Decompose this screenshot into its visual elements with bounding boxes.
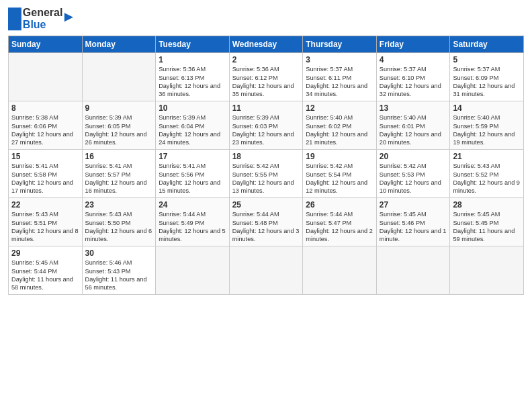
- cell-info: Sunrise: 5:45 AMSunset: 5:44 PMDaylight:…: [11, 259, 73, 291]
- cell-info: Sunrise: 5:42 AMSunset: 5:55 PMDaylight:…: [232, 163, 294, 194]
- day-number: 25: [232, 200, 300, 210]
- cell-info: Sunrise: 5:42 AMSunset: 5:53 PMDaylight:…: [380, 163, 441, 194]
- day-number: 10: [159, 103, 226, 113]
- day-number: 23: [85, 200, 153, 210]
- day-cell-19: 19Sunrise: 5:42 AMSunset: 5:54 PMDayligh…: [303, 150, 377, 198]
- day-cell-10: 10Sunrise: 5:39 AMSunset: 6:04 PMDayligh…: [156, 101, 230, 150]
- cell-info: Sunrise: 5:37 AMSunset: 6:10 PMDaylight:…: [380, 66, 441, 97]
- cell-info: Sunrise: 5:43 AMSunset: 5:52 PMDaylight:…: [453, 163, 520, 194]
- day-number: 4: [380, 55, 447, 64]
- day-number: 13: [380, 103, 447, 113]
- cell-info: Sunrise: 5:40 AMSunset: 6:01 PMDaylight:…: [380, 114, 441, 146]
- cell-info: Sunrise: 5:36 AMSunset: 6:12 PMDaylight:…: [232, 66, 294, 97]
- cell-info: Sunrise: 5:40 AMSunset: 6:02 PMDaylight:…: [306, 114, 367, 146]
- cell-info: Sunrise: 5:41 AMSunset: 5:58 PMDaylight:…: [11, 163, 73, 194]
- empty-cell: [82, 53, 156, 101]
- page-container: █ General Blue ► SundayMondayTuesdayWedn…: [0, 0, 532, 300]
- day-number: 26: [306, 200, 373, 210]
- cell-info: Sunrise: 5:37 AMSunset: 6:09 PMDaylight:…: [453, 66, 515, 97]
- col-header-friday: Friday: [376, 36, 450, 53]
- logo: █ General Blue ►: [8, 7, 76, 30]
- day-cell-21: 21Sunrise: 5:43 AMSunset: 5:52 PMDayligh…: [450, 150, 524, 198]
- calendar-table: SundayMondayTuesdayWednesdayThursdayFrid…: [8, 36, 524, 295]
- col-header-wednesday: Wednesday: [229, 36, 303, 53]
- day-cell-8: 8Sunrise: 5:38 AMSunset: 6:06 PMDaylight…: [9, 101, 83, 150]
- cell-info: Sunrise: 5:37 AMSunset: 6:11 PMDaylight:…: [306, 66, 367, 97]
- cell-info: Sunrise: 5:46 AMSunset: 5:43 PMDaylight:…: [85, 259, 147, 291]
- empty-cell: [376, 246, 450, 295]
- day-number: 11: [232, 103, 300, 113]
- day-number: 8: [11, 103, 79, 113]
- day-cell-5: 5Sunrise: 5:37 AMSunset: 6:09 PMDaylight…: [450, 53, 524, 101]
- day-number: 9: [85, 103, 153, 113]
- day-number: 30: [85, 248, 153, 258]
- day-number: 19: [306, 152, 373, 161]
- cell-info: Sunrise: 5:36 AMSunset: 6:13 PMDaylight:…: [159, 66, 220, 97]
- day-number: 5: [453, 55, 521, 64]
- col-header-thursday: Thursday: [303, 36, 377, 53]
- day-cell-14: 14Sunrise: 5:40 AMSunset: 5:59 PMDayligh…: [450, 101, 524, 150]
- cell-info: Sunrise: 5:41 AMSunset: 5:56 PMDaylight:…: [159, 163, 220, 194]
- day-cell-15: 15Sunrise: 5:41 AMSunset: 5:58 PMDayligh…: [9, 150, 83, 198]
- col-header-tuesday: Tuesday: [156, 36, 230, 53]
- cell-info: Sunrise: 5:44 AMSunset: 5:49 PMDaylight:…: [159, 211, 226, 242]
- day-cell-17: 17Sunrise: 5:41 AMSunset: 5:56 PMDayligh…: [156, 150, 230, 198]
- day-number: 29: [11, 248, 79, 258]
- col-header-saturday: Saturday: [450, 36, 524, 53]
- cell-info: Sunrise: 5:44 AMSunset: 5:48 PMDaylight:…: [232, 211, 300, 242]
- day-number: 12: [306, 103, 373, 113]
- day-number: 28: [453, 200, 521, 210]
- logo-blue: Blue: [23, 19, 63, 31]
- day-number: 15: [11, 152, 79, 161]
- day-cell-25: 25Sunrise: 5:44 AMSunset: 5:48 PMDayligh…: [229, 198, 303, 246]
- day-cell-4: 4Sunrise: 5:37 AMSunset: 6:10 PMDaylight…: [376, 53, 450, 101]
- day-cell-22: 22Sunrise: 5:43 AMSunset: 5:51 PMDayligh…: [9, 198, 83, 246]
- day-cell-24: 24Sunrise: 5:44 AMSunset: 5:49 PMDayligh…: [156, 198, 230, 246]
- cell-info: Sunrise: 5:40 AMSunset: 5:59 PMDaylight:…: [453, 114, 515, 146]
- col-header-sunday: Sunday: [9, 36, 83, 53]
- day-number: 20: [380, 152, 447, 161]
- cell-info: Sunrise: 5:39 AMSunset: 6:05 PMDaylight:…: [85, 114, 147, 146]
- day-number: 18: [232, 152, 300, 161]
- day-cell-16: 16Sunrise: 5:41 AMSunset: 5:57 PMDayligh…: [82, 150, 156, 198]
- empty-cell: [156, 246, 230, 295]
- day-cell-27: 27Sunrise: 5:45 AMSunset: 5:46 PMDayligh…: [376, 198, 450, 246]
- day-number: 17: [159, 152, 226, 161]
- day-cell-18: 18Sunrise: 5:42 AMSunset: 5:55 PMDayligh…: [229, 150, 303, 198]
- day-number: 22: [11, 200, 79, 210]
- day-cell-26: 26Sunrise: 5:44 AMSunset: 5:47 PMDayligh…: [303, 198, 377, 246]
- cell-info: Sunrise: 5:42 AMSunset: 5:54 PMDaylight:…: [306, 163, 367, 194]
- cell-info: Sunrise: 5:39 AMSunset: 6:04 PMDaylight:…: [159, 114, 220, 146]
- day-cell-20: 20Sunrise: 5:42 AMSunset: 5:53 PMDayligh…: [376, 150, 450, 198]
- col-header-monday: Monday: [82, 36, 156, 53]
- day-number: 21: [453, 152, 521, 161]
- day-cell-28: 28Sunrise: 5:45 AMSunset: 5:45 PMDayligh…: [450, 198, 524, 246]
- empty-cell: [303, 246, 377, 295]
- day-cell-30: 30Sunrise: 5:46 AMSunset: 5:43 PMDayligh…: [82, 246, 156, 295]
- cell-info: Sunrise: 5:39 AMSunset: 6:03 PMDaylight:…: [232, 114, 294, 146]
- day-cell-3: 3Sunrise: 5:37 AMSunset: 6:11 PMDaylight…: [303, 53, 377, 101]
- day-cell-1: 1Sunrise: 5:36 AMSunset: 6:13 PMDaylight…: [156, 53, 230, 101]
- day-number: 16: [85, 152, 153, 161]
- empty-cell: [450, 246, 524, 295]
- cell-info: Sunrise: 5:41 AMSunset: 5:57 PMDaylight:…: [85, 163, 147, 194]
- day-cell-29: 29Sunrise: 5:45 AMSunset: 5:44 PMDayligh…: [9, 246, 83, 295]
- empty-cell: [9, 53, 83, 101]
- day-cell-23: 23Sunrise: 5:43 AMSunset: 5:50 PMDayligh…: [82, 198, 156, 246]
- day-number: 1: [159, 55, 226, 64]
- day-cell-9: 9Sunrise: 5:39 AMSunset: 6:05 PMDaylight…: [82, 101, 156, 150]
- empty-cell: [229, 246, 303, 295]
- logo-general: General: [23, 7, 63, 19]
- cell-info: Sunrise: 5:38 AMSunset: 6:06 PMDaylight:…: [11, 114, 73, 146]
- cell-info: Sunrise: 5:43 AMSunset: 5:51 PMDaylight:…: [11, 211, 79, 242]
- cell-info: Sunrise: 5:45 AMSunset: 5:46 PMDaylight:…: [380, 211, 447, 242]
- day-cell-2: 2Sunrise: 5:36 AMSunset: 6:12 PMDaylight…: [229, 53, 303, 101]
- day-number: 24: [159, 200, 226, 210]
- day-cell-11: 11Sunrise: 5:39 AMSunset: 6:03 PMDayligh…: [229, 101, 303, 150]
- day-number: 14: [453, 103, 521, 113]
- logo-icon: █: [8, 9, 21, 28]
- day-cell-13: 13Sunrise: 5:40 AMSunset: 6:01 PMDayligh…: [376, 101, 450, 150]
- day-number: 27: [380, 200, 447, 210]
- cell-info: Sunrise: 5:44 AMSunset: 5:47 PMDaylight:…: [306, 211, 373, 242]
- cell-info: Sunrise: 5:45 AMSunset: 5:45 PMDaylight:…: [453, 211, 515, 242]
